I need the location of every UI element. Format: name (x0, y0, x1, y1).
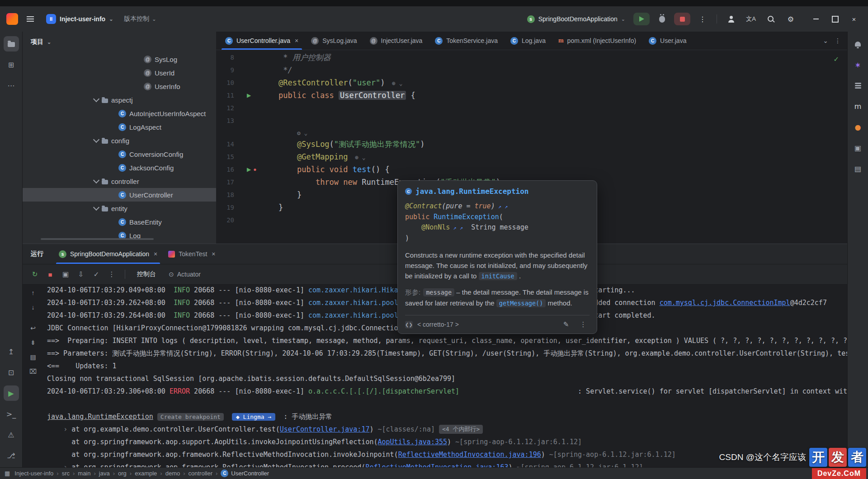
horizontal-scrollbar[interactable] (41, 238, 154, 240)
tree-item[interactable]: @UserId (23, 66, 216, 80)
tree-item[interactable]: CJacksonConfig (23, 161, 216, 174)
minimize-button[interactable] (807, 11, 826, 27)
tree-item[interactable]: controller (23, 174, 216, 188)
popup-class-title[interactable]: java.lang.RuntimeException (415, 187, 528, 196)
breadcrumb-item[interactable]: src (62, 470, 70, 477)
print-button[interactable]: ▤ (27, 352, 39, 362)
main-menu-button[interactable] (23, 12, 38, 26)
editor-tab[interactable]: CUserController.java× (219, 32, 305, 50)
breadcrumb-item[interactable]: CUserController (221, 470, 269, 477)
close-icon[interactable]: × (154, 250, 157, 258)
more-actions-button[interactable]: ⋮ (695, 12, 710, 26)
dependencies-button[interactable]: ▤ (850, 161, 866, 176)
maven-button[interactable]: m (850, 99, 866, 114)
editor-tab[interactable]: CLog.java (504, 32, 552, 50)
ai-assistant-button[interactable]: ∗ (850, 57, 866, 72)
editor-tab[interactable]: @SysLog.java (305, 32, 363, 50)
console-view-tab[interactable]: ⊙Actuator (163, 264, 206, 284)
stop-button[interactable]: ■ (43, 268, 57, 281)
breadcrumb-item[interactable]: org (118, 470, 127, 477)
notifications-button[interactable] (850, 36, 866, 52)
lingma-badge[interactable]: ◆ Lingma → (232, 413, 275, 421)
thread-dump-button[interactable]: ▣ (59, 268, 72, 281)
stop-button[interactable] (674, 13, 690, 25)
editor-tab[interactable]: @InjectUser.java (363, 32, 429, 50)
console-badge[interactable]: Create breakpoint (157, 413, 224, 421)
git-tool-button[interactable]: ⎇ (4, 448, 19, 463)
breadcrumb-item[interactable]: main (78, 470, 90, 477)
structure-tool-button[interactable]: ⊞ (4, 57, 19, 72)
chevron-down-icon[interactable] (93, 177, 99, 183)
close-icon[interactable]: × (295, 37, 298, 44)
tree-item[interactable]: CBaseEntity (23, 215, 216, 229)
services-tool-button[interactable]: ⊡ (4, 365, 19, 380)
console-more-button[interactable]: ⋮ (105, 268, 118, 281)
editor-tab[interactable]: mpom.xml (InjectUserInfo) (552, 32, 642, 50)
breadcrumb-item[interactable]: java (99, 470, 110, 477)
editor-tab[interactable]: CUser.java (642, 32, 693, 50)
collaborate-button[interactable] (723, 12, 739, 26)
getmessage-link[interactable]: getMessage() (496, 299, 546, 307)
tree-item[interactable]: aspectj (23, 93, 216, 107)
soft-wrap-button[interactable]: ↩ (27, 323, 39, 333)
tab-options-button[interactable]: ⋮ (835, 37, 841, 44)
debug-button[interactable] (654, 12, 670, 26)
tree-item[interactable]: CUserController (23, 188, 216, 202)
chevron-down-icon[interactable] (93, 204, 99, 211)
maximize-button[interactable] (826, 11, 844, 27)
search-everywhere-button[interactable] (763, 12, 778, 26)
tree-item[interactable]: CLog (23, 229, 216, 242)
tree-item[interactable]: @SysLog (23, 52, 216, 66)
chevron-down-icon[interactable] (93, 96, 99, 102)
terminal-tool-button[interactable]: >_ (4, 406, 19, 422)
file-link[interactable]: UserController.java:17 (280, 425, 370, 433)
vcs-widget[interactable]: 版本控制 ⌄ (121, 13, 159, 25)
run-tab[interactable]: TokenTest× (163, 244, 221, 264)
run-button[interactable] (633, 13, 650, 25)
file-link[interactable]: com.mysql.cj.jdbc.ConnectionImpl (660, 299, 790, 307)
tree-item[interactable]: @UserInfo (23, 80, 216, 93)
hidden-tabs-button[interactable]: ⌄ (823, 37, 828, 44)
jdk-version[interactable]: < corretto-17 > (417, 321, 459, 328)
scroll-to-end-button[interactable]: ⇟ (27, 337, 39, 348)
breadcrumb-item[interactable]: Inject-user-info (14, 470, 53, 477)
exception-link[interactable]: java.lang.RuntimeException (47, 413, 153, 421)
scroll-down-button[interactable]: ↓ (27, 302, 39, 313)
run-config-selector[interactable]: s SpringBootDemoApplication ⌄ (524, 14, 629, 25)
console-view-tab[interactable]: 控制台 (132, 264, 161, 284)
initcause-link[interactable]: initCause (479, 272, 517, 280)
inspection-ok-icon[interactable]: ✓ (833, 55, 839, 63)
tree-item[interactable]: entity (23, 202, 216, 215)
run-gutter-icon[interactable]: ▶ (247, 166, 251, 173)
more-tool-windows-button[interactable]: ⋯ (4, 78, 19, 93)
tree-item[interactable]: config (23, 134, 216, 147)
editor-tab[interactable]: CTokenService.java (429, 32, 504, 50)
run-tab[interactable]: sSpringBootDemoApplication× (53, 244, 163, 264)
project-tool-button[interactable] (4, 36, 19, 52)
file-link[interactable]: ReflectiveMethodInvocation.java:196 (398, 451, 541, 459)
edit-source-button[interactable]: ✎ (560, 318, 572, 331)
close-icon[interactable]: × (212, 250, 215, 258)
tree-item[interactable]: CAutoInjectUserInfoAspect (23, 107, 216, 120)
problems-tool-button[interactable]: ⚠ (4, 427, 19, 442)
rerun-button[interactable]: ↻ (28, 268, 42, 281)
database-button[interactable] (850, 78, 866, 93)
close-button[interactable]: × (844, 11, 863, 27)
popup-more-button[interactable]: ⋮ (577, 318, 590, 331)
breakpoint-icon[interactable]: ● (253, 166, 256, 173)
heap-dump-button[interactable]: ⇩ (74, 268, 88, 281)
run-tool-button[interactable]: ▶ (4, 385, 19, 401)
layout-icon[interactable]: ▦ (5, 470, 10, 477)
coverage-button[interactable]: ✓ (90, 268, 103, 281)
commit-tool-button[interactable]: ↥ (4, 344, 19, 359)
tree-item[interactable]: CConversionConfig (23, 147, 216, 161)
run-gutter-icon[interactable]: ▶ (247, 92, 251, 99)
clear-console-button[interactable]: ⌧ (27, 366, 39, 377)
settings-button[interactable]: ⚙ (783, 12, 798, 26)
breadcrumb-item[interactable]: controller (189, 470, 212, 477)
console-badge[interactable]: <4 个内部行> (439, 425, 483, 434)
scroll-up-button[interactable]: ↑ (27, 287, 39, 298)
tree-item[interactable]: CLogAspect (23, 120, 216, 134)
breadcrumb-item[interactable]: example (135, 470, 157, 477)
gradle-button[interactable]: ● (850, 119, 866, 135)
